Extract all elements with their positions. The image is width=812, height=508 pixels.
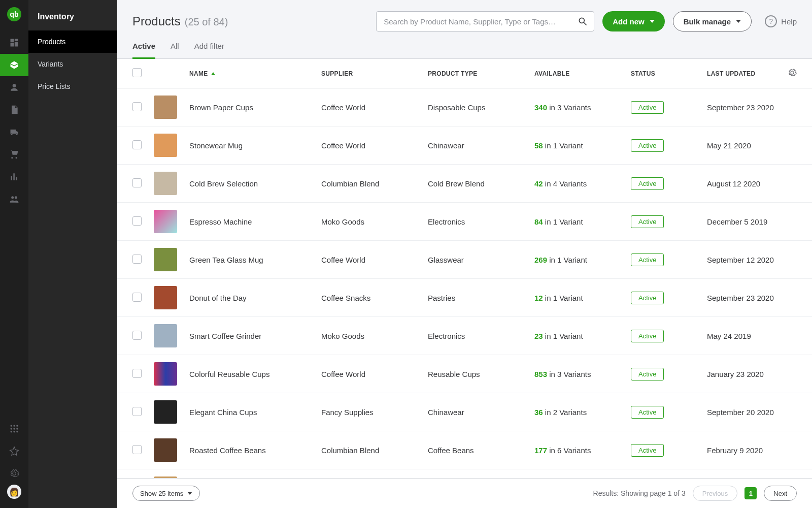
product-thumbnail — [154, 248, 177, 271]
row-checkbox[interactable] — [132, 293, 142, 302]
cell-supplier: Fancy Supplies — [315, 393, 422, 431]
help-label: Help — [781, 17, 797, 26]
rail-inventory-icon[interactable] — [0, 54, 28, 76]
table-row[interactable]: Roasted Coffee Beans Columbian Blend Cof… — [117, 431, 812, 469]
cell-supplier: Coffee World — [315, 355, 422, 393]
cell-type: Chinawear — [422, 393, 528, 431]
product-thumbnail — [154, 362, 177, 386]
current-page-number[interactable]: 1 — [745, 487, 757, 499]
svg-point-7 — [13, 431, 15, 432]
row-checkbox[interactable] — [132, 255, 142, 264]
table-row[interactable]: Stonewear Mug Coffee World Chinawear 58 … — [117, 126, 812, 165]
row-checkbox[interactable] — [132, 369, 142, 378]
rail-dashboard-icon[interactable] — [0, 31, 28, 54]
tab-all[interactable]: All — [171, 42, 179, 59]
column-settings[interactable] — [782, 59, 812, 88]
table-row[interactable]: Smart Coffee Grinder Moko Goods Electron… — [117, 317, 812, 355]
chevron-down-icon — [650, 20, 655, 23]
table-row[interactable]: Cold Brew Selection Columbian Blend Cold… — [117, 165, 812, 203]
rail-shipping-icon[interactable] — [0, 121, 28, 143]
show-items-label: Show 25 items — [140, 490, 183, 497]
column-updated[interactable]: LAST UPDATED — [701, 59, 782, 88]
rail-settings-icon[interactable] — [0, 462, 28, 485]
rail-team-icon[interactable] — [0, 188, 28, 210]
cell-available: 58 in 1 Variant — [528, 126, 625, 165]
row-checkbox[interactable] — [132, 445, 142, 454]
table-row[interactable]: Donut of the Day Coffee Snacks Pastries … — [117, 279, 812, 317]
product-thumbnail — [154, 324, 177, 347]
cell-available: 36 in 2 Variants — [528, 393, 625, 431]
svg-point-9 — [580, 18, 585, 23]
bulk-manage-button[interactable]: Bulk manage — [673, 11, 752, 31]
column-select-all[interactable] — [117, 59, 148, 88]
table-row[interactable]: Brown Paper Cups Coffee World Disposable… — [117, 88, 812, 126]
sidebar-item-price-lists[interactable]: Price Lists — [28, 75, 117, 98]
row-checkbox[interactable] — [132, 216, 142, 226]
column-status[interactable]: STATUS — [625, 59, 701, 88]
help-icon: ? — [765, 15, 777, 27]
cell-status: Active — [625, 203, 701, 241]
table-row[interactable]: Espresso Machine Moko Goods Electronics … — [117, 203, 812, 241]
rail-people-icon[interactable] — [0, 76, 28, 99]
products-table-wrap: NAME SUPPLIER PRODUCT TYPE AVAILABLE STA… — [117, 59, 812, 478]
cell-type: Reusable Cups — [422, 355, 528, 393]
cell-updated: May 21 2020 — [701, 126, 782, 165]
row-checkbox[interactable] — [132, 102, 142, 111]
cell-name: Brown Paper Cups — [183, 88, 315, 126]
product-thumbnail — [154, 96, 177, 119]
column-type[interactable]: PRODUCT TYPE — [422, 59, 528, 88]
select-all-checkbox[interactable] — [132, 68, 142, 77]
row-checkbox[interactable] — [132, 407, 142, 416]
tab-add-filter[interactable]: Add filter — [194, 42, 224, 59]
sidebar-item-variants[interactable]: Variants — [28, 53, 117, 75]
chevron-down-icon — [187, 492, 192, 495]
status-badge: Active — [631, 292, 664, 304]
column-supplier[interactable]: SUPPLIER — [315, 59, 422, 88]
table-row[interactable]: Green Tea Glass Mug Coffee World Glasswe… — [117, 241, 812, 279]
cell-type: Chinawear — [422, 126, 528, 165]
table-row[interactable]: Elegant China Cups Fancy Supplies Chinaw… — [117, 393, 812, 431]
sidebar-item-products[interactable]: Products — [28, 30, 117, 53]
cell-supplier: Moko Goods — [315, 203, 422, 241]
app-logo[interactable]: qb — [7, 7, 21, 21]
previous-page-button[interactable]: Previous — [693, 486, 738, 501]
show-items-dropdown[interactable]: Show 25 items — [132, 486, 200, 501]
row-checkbox[interactable] — [132, 140, 142, 149]
cell-name: Cold Brew Selection — [183, 165, 315, 203]
add-new-button[interactable]: Add new — [602, 11, 665, 31]
cell-type: Coffee Beans — [422, 431, 528, 469]
rail-favorites-icon[interactable] — [0, 440, 28, 462]
column-name[interactable]: NAME — [183, 59, 315, 88]
cell-type: Glasswear — [422, 241, 528, 279]
search-input[interactable] — [383, 17, 578, 26]
row-checkbox[interactable] — [132, 178, 142, 187]
cell-updated: January 23 2020 — [701, 355, 782, 393]
help-link[interactable]: ? Help — [765, 15, 797, 27]
svg-point-2 — [16, 425, 18, 427]
cell-status: Active — [625, 469, 701, 479]
sidebar-title: Inventory — [28, 0, 117, 30]
search-box[interactable] — [376, 11, 594, 31]
cell-type: Pastries — [422, 279, 528, 317]
product-thumbnail — [154, 134, 177, 157]
products-table: NAME SUPPLIER PRODUCT TYPE AVAILABLE STA… — [117, 59, 812, 478]
column-available[interactable]: AVAILABLE — [528, 59, 625, 88]
svg-point-3 — [11, 428, 12, 429]
cell-supplier: Coffee World — [315, 241, 422, 279]
page-title: Products (25 of 84) — [132, 14, 228, 28]
table-row[interactable]: Coffee Bean Cookies Coffee Snacks Pastri… — [117, 469, 812, 479]
user-avatar[interactable]: 👩 — [7, 485, 21, 499]
table-footer: Show 25 items Results: Showing page 1 of… — [117, 478, 812, 508]
row-checkbox[interactable] — [132, 331, 142, 340]
tab-active[interactable]: Active — [132, 42, 155, 59]
rail-apps-icon[interactable] — [0, 418, 28, 440]
status-badge: Active — [631, 215, 664, 228]
column-thumb — [148, 59, 183, 88]
chevron-down-icon — [736, 20, 741, 23]
table-row[interactable]: Colorful Reusable Cups Coffee World Reus… — [117, 355, 812, 393]
next-page-button[interactable]: Next — [764, 486, 797, 501]
rail-document-icon[interactable] — [0, 99, 28, 121]
main: Products (25 of 84) Add new Bulk manage … — [117, 0, 812, 508]
rail-cart-icon[interactable] — [0, 143, 28, 166]
rail-analytics-icon[interactable] — [0, 166, 28, 188]
